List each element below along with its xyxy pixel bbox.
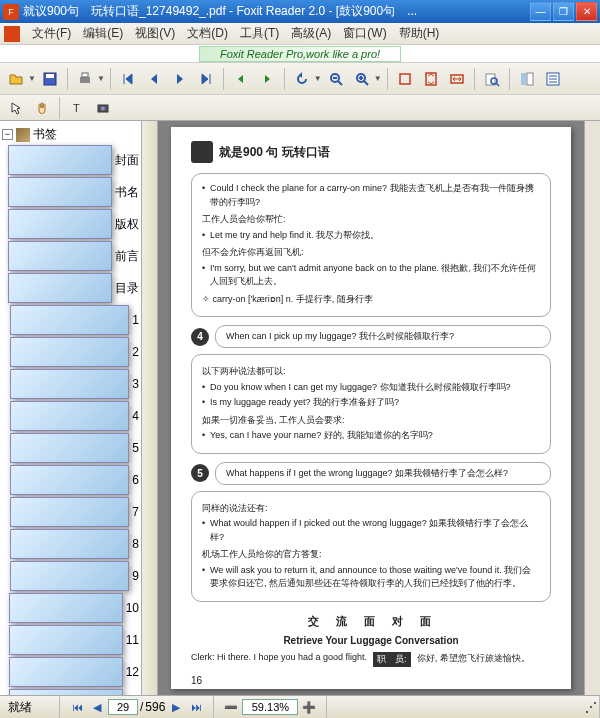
bookmark-root-label: 书签 xyxy=(33,126,57,143)
zoom-out-button[interactable] xyxy=(324,67,348,91)
status-next-page-button[interactable]: ▶ xyxy=(167,699,185,715)
content-box-2: 以下两种说法都可以: Do you know when I can get my… xyxy=(191,354,551,454)
zoom-input[interactable] xyxy=(242,699,298,715)
bookmark-label: 9 xyxy=(132,569,139,583)
page-icon xyxy=(9,593,122,623)
page-icon xyxy=(10,561,130,591)
bookmark-item[interactable]: 目录 xyxy=(2,272,139,304)
collapse-icon[interactable]: − xyxy=(2,129,13,140)
menu-document[interactable]: 文档(D) xyxy=(181,23,234,44)
svg-line-8 xyxy=(364,81,368,85)
bookmark-label: 10 xyxy=(126,601,139,615)
page-icon xyxy=(9,657,122,687)
bookmark-item[interactable]: 10 xyxy=(2,592,139,624)
fit-page-button[interactable] xyxy=(419,67,443,91)
close-button[interactable]: ✕ xyxy=(576,2,597,21)
page-panel-button[interactable] xyxy=(541,67,565,91)
bookmark-item[interactable]: 7 xyxy=(2,496,139,528)
bookmark-item[interactable]: 3 xyxy=(2,368,139,400)
first-page-button[interactable] xyxy=(116,67,140,91)
page-separator: / xyxy=(140,700,143,714)
save-button[interactable] xyxy=(38,67,62,91)
rotate-dropdown-icon[interactable]: ▼ xyxy=(314,74,322,83)
open-dropdown-icon[interactable]: ▼ xyxy=(28,74,36,83)
bookmark-label: 5 xyxy=(132,441,139,455)
find-button[interactable] xyxy=(480,67,504,91)
bookmark-item[interactable]: 12 xyxy=(2,656,139,688)
next-page-button[interactable] xyxy=(168,67,192,91)
bookmark-item[interactable]: 版权 xyxy=(2,208,139,240)
bookmark-item[interactable]: 4 xyxy=(2,400,139,432)
menu-window[interactable]: 窗口(W) xyxy=(337,23,392,44)
svg-rect-3 xyxy=(82,73,88,77)
bookmark-item[interactable]: 8 xyxy=(2,528,139,560)
maximize-button[interactable]: ❐ xyxy=(553,2,574,21)
bookmark-root[interactable]: − 书签 xyxy=(2,125,139,144)
menu-edit[interactable]: 编辑(E) xyxy=(77,23,129,44)
bookmark-item[interactable]: 9 xyxy=(2,560,139,592)
bookmarks-panel[interactable]: − 书签 封面书名版权前言目录1234567891011121314151617… xyxy=(0,121,142,695)
zoom-dropdown-icon[interactable]: ▼ xyxy=(374,74,382,83)
bookmark-item[interactable]: 封面 xyxy=(2,144,139,176)
menu-view[interactable]: 视图(V) xyxy=(129,23,181,44)
bookmark-item[interactable]: 1 xyxy=(2,304,139,336)
resize-grip[interactable]: ⋰ xyxy=(582,696,600,718)
bookmark-item[interactable]: 6 xyxy=(2,464,139,496)
vertical-scrollbar[interactable] xyxy=(584,121,600,695)
page-number-input[interactable] xyxy=(108,699,138,715)
rotate-ccw-button[interactable] xyxy=(290,67,314,91)
bookmark-item[interactable]: 书名 xyxy=(2,176,139,208)
page-icon xyxy=(10,337,130,367)
status-first-page-button[interactable]: ⏮ xyxy=(68,699,86,715)
bookmark-item[interactable]: 13 xyxy=(2,688,139,695)
page-icon xyxy=(10,305,130,335)
print-dropdown-icon[interactable]: ▼ xyxy=(97,74,105,83)
book-icon xyxy=(16,128,30,142)
bookmark-panel-button[interactable] xyxy=(515,67,539,91)
zoom-in-button[interactable] xyxy=(350,67,374,91)
open-button[interactable] xyxy=(4,67,28,91)
status-zoom-out-button[interactable]: ➖ xyxy=(222,699,240,715)
question-5: 5 What happens if I get the wrong luggag… xyxy=(191,462,551,485)
prev-page-button[interactable] xyxy=(142,67,166,91)
svg-point-25 xyxy=(101,106,105,110)
status-zoom-in-button[interactable]: ➕ xyxy=(300,699,318,715)
print-button[interactable] xyxy=(73,67,97,91)
statusbar: 就绪 ⏮ ◀ / 596 ▶ ⏭ ➖ ➕ ⋰ xyxy=(0,695,600,718)
bookmark-item[interactable]: 11 xyxy=(2,624,139,656)
page-icon xyxy=(10,369,130,399)
text-select-button[interactable]: T xyxy=(65,96,89,120)
select-tool-button[interactable] xyxy=(4,96,28,120)
bookmark-item[interactable]: 前言 xyxy=(2,240,139,272)
menu-advanced[interactable]: 高级(A) xyxy=(285,23,337,44)
hand-tool-button[interactable] xyxy=(30,96,54,120)
menubar: 文件(F) 编辑(E) 视图(V) 文档(D) 工具(T) 高级(A) 窗口(W… xyxy=(0,23,600,45)
status-last-page-button[interactable]: ⏭ xyxy=(187,699,205,715)
snapshot-button[interactable] xyxy=(91,96,115,120)
content-box-1: Could I check the plane for a carry-on m… xyxy=(191,173,551,317)
promo-text[interactable]: Foxit Reader Pro,work like a pro! xyxy=(199,46,401,62)
bookmark-item[interactable]: 5 xyxy=(2,432,139,464)
bookmark-label: 目录 xyxy=(115,280,139,297)
svg-line-16 xyxy=(496,83,499,86)
menu-help[interactable]: 帮助(H) xyxy=(393,23,446,44)
menu-tools[interactable]: 工具(T) xyxy=(234,23,285,44)
menu-file[interactable]: 文件(F) xyxy=(26,23,77,44)
forward-button[interactable] xyxy=(255,67,279,91)
back-button[interactable] xyxy=(229,67,253,91)
bookmark-label: 3 xyxy=(132,377,139,391)
page-navigator: ⏮ ◀ / 596 ▶ ⏭ xyxy=(60,696,214,718)
svg-line-5 xyxy=(338,81,342,85)
actual-size-button[interactable] xyxy=(393,67,417,91)
last-page-button[interactable] xyxy=(194,67,218,91)
bookmark-item[interactable]: 2 xyxy=(2,336,139,368)
fit-width-button[interactable] xyxy=(445,67,469,91)
question-4: 4 When can I pick up my luggage? 我什么时候能领… xyxy=(191,325,551,348)
document-viewport[interactable]: 就是900 句 玩转口语 Could I check the plane for… xyxy=(142,121,600,695)
section-subtitle: Retrieve Your Luggage Conversation xyxy=(191,635,551,646)
bookmark-label: 8 xyxy=(132,537,139,551)
window-title: 就议900句 玩转口语_12749492_.pdf - Foxit Reader… xyxy=(23,3,530,20)
status-prev-page-button[interactable]: ◀ xyxy=(88,699,106,715)
minimize-button[interactable]: — xyxy=(530,2,551,21)
dialogue-line: Clerk: Hi there. I hope you had a good f… xyxy=(191,652,551,667)
